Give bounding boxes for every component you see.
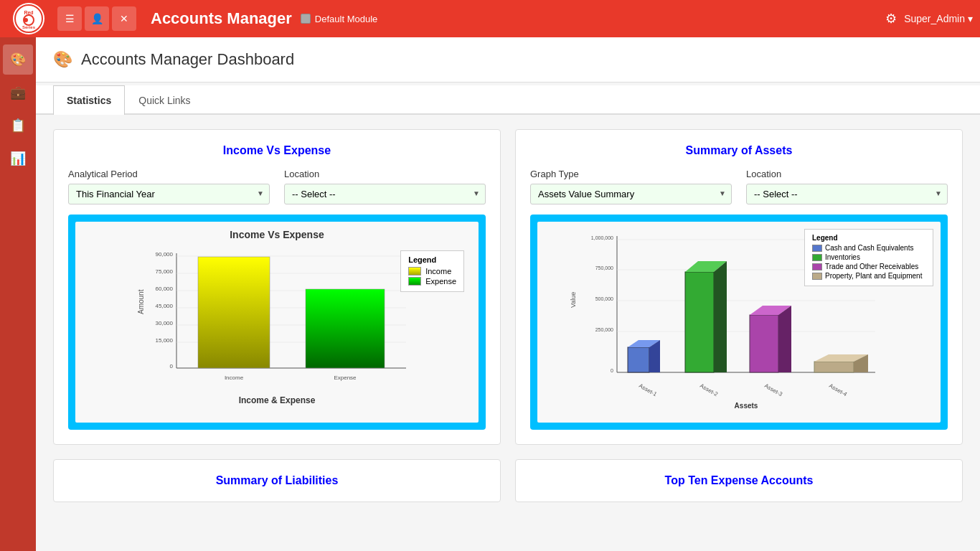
liabilities-title: Summary of Liabilities [68,474,486,487]
hamburger-button[interactable]: ☰ [57,6,82,31]
chart-x-label: Income & Expense [83,395,471,405]
svg-text:Asset-3: Asset-3 [763,382,783,398]
legend-income-item: Income [408,267,456,276]
user-dropdown[interactable]: Super_Admin ▾ [904,13,973,24]
svg-rect-21 [198,257,270,368]
bottom-card-row: Summary of Liabilities Top Ten Expense A… [53,459,963,502]
svg-text:30,000: 30,000 [156,320,174,326]
tab-statistics[interactable]: Statistics [53,85,125,115]
graph-type-label: Graph Type [530,169,732,179]
legend-income-label: Income [425,267,451,276]
navbar-icon-group: ☰ 👤 ✕ [57,6,136,31]
user-name: Super_Admin [904,13,965,24]
analytical-period-select[interactable]: This Financial Year [68,184,270,204]
analytical-period-group: Analytical Period This Financial Year [68,169,270,204]
legend-trade-item: Trade and Other Receivables [812,263,925,270]
default-module-checkbox[interactable] [301,14,311,24]
sidebar-item-briefcase[interactable]: 💼 [3,77,33,108]
svg-text:75,000: 75,000 [156,268,174,275]
svg-rect-46 [814,362,854,372]
svg-text:1,000,000: 1,000,000 [591,235,613,240]
svg-text:0: 0 [170,363,174,369]
bar-chart-title: Income Vs Expense [83,229,471,240]
legend-inventories-item: Inventories [812,253,925,261]
page-title: Accounts Manager Dashboard [81,50,294,69]
settings-icon[interactable]: ⚙ [885,11,897,27]
assets-form: Graph Type Assets Value Summary Location [530,169,948,204]
sidebar-item-book[interactable]: 📋 [3,110,33,141]
legend-expense-item: Expense [408,277,456,286]
svg-text:Asset-2: Asset-2 [699,382,719,398]
svg-text:Red: Red [24,10,33,15]
income-expense-form: Analytical Period This Financial Year Lo… [68,169,486,204]
location-select-wrapper-2: -- Select -- [746,184,948,204]
navbar-title: Accounts Manager [151,9,292,28]
navbar-right: ⚙ Super_Admin ▾ [885,11,973,27]
svg-point-3 [24,18,28,22]
svg-text:Amount: Amount [137,289,145,314]
legend-inventories-color [812,254,822,261]
close-button[interactable]: ✕ [112,6,136,31]
income-expense-legend: Legend Income Expense [400,250,464,292]
default-module-label: Default Module [315,14,377,24]
svg-text:500,000: 500,000 [595,296,613,301]
income-expense-chart-inner: Income Vs Expense Legend Income [75,222,479,423]
assets-legend-title: Legend [812,234,925,242]
assets-card: Summary of Assets Graph Type Assets Valu… [515,129,963,445]
assets-chart-inner: Legend Cash and Cash Equivalents Invento… [537,222,941,423]
navbar: Red Series ☰ 👤 ✕ Accounts Manager Defaul… [0,0,980,37]
legend-inventories-label: Inventories [825,253,860,261]
svg-text:Series: Series [22,25,36,29]
svg-text:250,000: 250,000 [595,327,613,332]
sidebar-item-palette[interactable]: 🎨 [3,44,33,75]
svg-text:60,000: 60,000 [156,286,174,292]
location-select-1[interactable]: -- Select -- [284,184,486,204]
svg-text:45,000: 45,000 [156,303,174,309]
svg-rect-22 [306,289,385,368]
svg-marker-45 [778,306,791,372]
legend-expense-label: Expense [425,277,456,286]
legend-income-color [408,267,421,276]
location-group-2: Location -- Select -- [746,169,948,204]
svg-text:Income: Income [225,375,244,381]
dropdown-arrow-icon: ▾ [968,13,973,24]
assets-chart-container: Legend Cash and Cash Equivalents Invento… [530,215,948,430]
graph-type-select[interactable]: Assets Value Summary [530,184,732,204]
top-expense-title: Top Ten Expense Accounts [530,474,948,487]
dashboard-content: Income Vs Expense Analytical Period This… [36,115,980,531]
top-card-row: Income Vs Expense Analytical Period This… [53,129,963,445]
tab-quick-links[interactable]: Quick Links [125,85,204,115]
income-expense-title: Income Vs Expense [68,144,486,157]
tab-bar: Statistics Quick Links [53,85,963,113]
svg-text:Expense: Expense [334,375,357,381]
graph-type-select-wrapper: Assets Value Summary [530,184,732,204]
legend-cash-color [812,245,822,252]
page-header: 🎨 Accounts Manager Dashboard [36,37,980,83]
legend-cash-label: Cash and Cash Equivalents [825,244,913,252]
legend-expense-color [408,277,421,286]
svg-text:750,000: 750,000 [595,265,613,270]
assets-title: Summary of Assets [530,144,948,157]
legend-property-label: Property, Plant and Equipment [825,272,922,280]
location-select-2[interactable]: -- Select -- [746,184,948,204]
legend-cash-item: Cash and Cash Equivalents [812,244,925,252]
legend-property-item: Property, Plant and Equipment [812,272,925,280]
legend-title: Legend [408,255,456,264]
svg-text:Assets: Assets [735,402,758,410]
sidebar-item-chart[interactable]: 📊 [3,143,33,174]
legend-trade-color [812,263,822,270]
location-select-wrapper-1: -- Select -- [284,184,486,204]
income-expense-card: Income Vs Expense Analytical Period This… [53,129,501,445]
main-layout: 🎨 💼 📋 📊 🎨 Accounts Manager Dashboard Sta… [0,37,980,551]
location-group-1: Location -- Select -- [284,169,486,204]
svg-rect-43 [750,315,778,372]
income-expense-bar-chart: Income Vs Expense Legend Income [83,229,471,415]
svg-text:Asset-1: Asset-1 [638,382,658,398]
top-expense-card: Top Ten Expense Accounts [515,459,963,502]
svg-marker-42 [714,261,727,372]
graph-type-group: Graph Type Assets Value Summary [530,169,732,204]
content-area: 🎨 Accounts Manager Dashboard Statistics … [36,37,980,551]
users-button[interactable]: 👤 [85,6,109,31]
logo-circle: Red Series [13,3,44,34]
svg-text:90,000: 90,000 [156,251,174,258]
